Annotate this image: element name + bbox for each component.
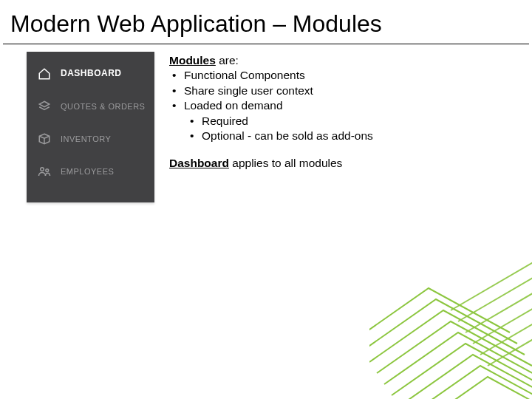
svg-point-0 [41, 168, 44, 171]
sidebar-item-employees[interactable]: EMPLOYEES [27, 155, 154, 188]
sidebar-item-label: DASHBOARD [61, 68, 122, 80]
bullet-list: Functional Components Share single user … [169, 68, 373, 143]
sub-bullet-list: Required Optional - can be sold as add-o… [187, 114, 373, 144]
list-item: Share single user context [169, 83, 373, 98]
slide-title: Modern Web Application – Modules [3, 0, 529, 44]
home-icon [37, 66, 52, 81]
modules-heading-suffix: are: [216, 54, 239, 66]
footer-suffix: applies to all modules [229, 157, 342, 169]
modules-heading-prefix: Modules [169, 54, 216, 66]
modules-heading: Modules are: [169, 53, 373, 68]
sidebar-item-label: EMPLOYEES [61, 166, 114, 177]
content-area: DASHBOARD QUOTES & ORDERS INVENTORY [0, 44, 532, 202]
sidebar: DASHBOARD QUOTES & ORDERS INVENTORY [27, 52, 154, 202]
list-item: Functional Components [169, 68, 373, 83]
sidebar-item-label: QUOTES & ORDERS [61, 101, 145, 112]
list-item: Optional - can be sold as add-ons [187, 129, 373, 143]
sidebar-item-quotes-orders[interactable]: QUOTES & ORDERS [27, 90, 154, 123]
footer-prefix: Dashboard [169, 157, 229, 169]
sidebar-item-dashboard[interactable]: DASHBOARD [27, 58, 154, 90]
decorative-pattern [369, 236, 532, 399]
list-item-text: Loaded on demand [184, 99, 283, 112]
body-text: Modules are: Functional Components Share… [169, 52, 373, 202]
sidebar-item-label: INVENTORY [61, 134, 111, 144]
footer-line: Dashboard applies to all modules [169, 156, 373, 171]
people-icon [37, 164, 52, 179]
layers-icon [37, 99, 52, 114]
cube-icon [37, 132, 52, 146]
list-item: Required [187, 114, 373, 129]
sidebar-item-inventory[interactable]: INVENTORY [27, 123, 154, 155]
svg-point-1 [46, 169, 49, 172]
list-item: Loaded on demand Required Optional - can… [169, 98, 373, 143]
